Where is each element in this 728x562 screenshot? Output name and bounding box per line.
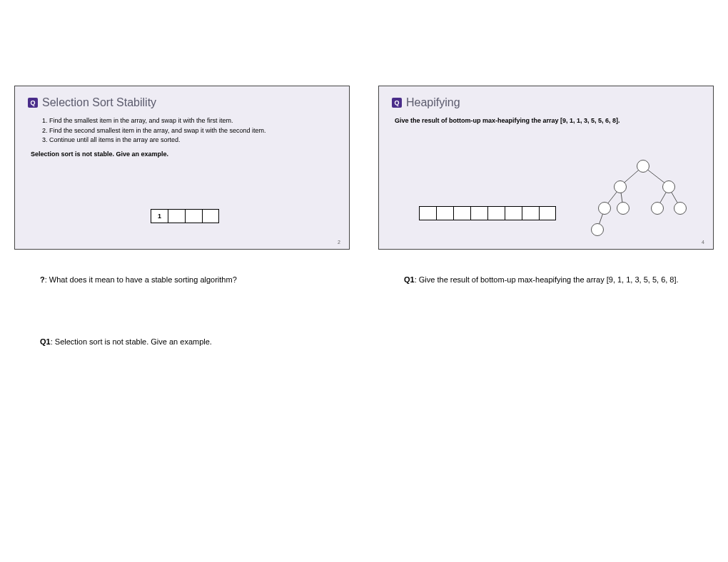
array-cell (470, 206, 487, 220)
note-label: Q1 (40, 337, 51, 346)
tree-node (637, 160, 649, 173)
slide-prompt: Give the result of bottom-up max-heapify… (395, 116, 700, 126)
array-cell (185, 209, 202, 223)
slide-prompt: Selection sort is not stable. Give an ex… (31, 150, 336, 160)
slide-body: Find the smallest item in the array, and… (28, 116, 336, 159)
notes-left: ?: What does it mean to have a stable so… (14, 274, 350, 397)
note-text: : Selection sort is not stable. Give an … (51, 337, 212, 346)
array-cell (522, 206, 539, 220)
array-cell (202, 209, 219, 223)
note-text: : What does it mean to have a stable sor… (45, 275, 237, 284)
page-number: 4 (702, 240, 704, 245)
slide-title: Heapifying (406, 96, 460, 109)
tree-node (614, 180, 627, 193)
note-label: Q1 (404, 275, 415, 284)
note-text: : Give the result of bottom-up max-heapi… (415, 275, 679, 284)
slide-selection-sort: Q Selection Sort Stability Find the smal… (14, 86, 350, 250)
notes-right: Q1: Give the result of bottom-up max-hea… (378, 274, 714, 336)
slide-title: Selection Sort Stability (42, 96, 156, 109)
array-cells (419, 206, 556, 220)
question-badge: Q (28, 98, 38, 108)
slide-body: Give the result of bottom-up max-heapify… (392, 116, 700, 126)
step-item: Find the smallest item in the array, and… (49, 116, 336, 126)
array-cell: 1 (151, 209, 168, 223)
array-cells: 1 (151, 209, 219, 223)
tree-node (598, 202, 611, 215)
step-item: Find the second smallest item in the arr… (49, 126, 336, 136)
question-badge: Q (392, 98, 402, 108)
array-cell (436, 206, 453, 220)
tree-node (674, 202, 687, 215)
note-row: Q1: Selection sort is not stable. Give a… (40, 336, 350, 348)
array-cell (487, 206, 505, 220)
tree-node (617, 202, 630, 215)
array-cell (419, 206, 436, 220)
array-cell (168, 209, 185, 223)
tree-node (591, 223, 604, 236)
step-item: Continue until all items in the array ar… (49, 136, 336, 145)
tree-node (651, 202, 664, 215)
slide-header: Q Selection Sort Stability (28, 96, 336, 109)
array-cell (453, 206, 470, 220)
array-cell (505, 206, 522, 220)
slide-heapifying: Q Heapifying Give the result of bottom-u… (378, 86, 714, 250)
heap-tree (586, 158, 700, 243)
tree-node (662, 180, 675, 193)
note-row: ?: What does it mean to have a stable so… (40, 274, 350, 286)
slide-header: Q Heapifying (392, 96, 700, 109)
array-cell (539, 206, 556, 220)
note-label: ? (40, 275, 45, 284)
page-number: 2 (338, 240, 340, 245)
note-row: Q1: Give the result of bottom-up max-hea… (404, 274, 714, 286)
